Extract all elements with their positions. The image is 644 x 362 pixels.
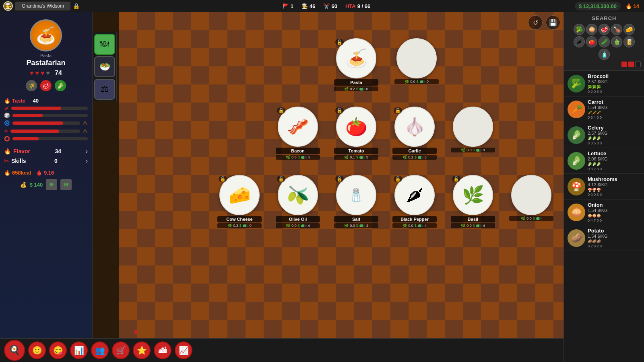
ingredient-card-olive-oil[interactable]: 🔓 🫒 Olive Oil 🌿0.0 $ 4 <box>274 175 322 231</box>
money-stat: 💰 $ 140 ⊞ ⊟ <box>20 179 72 190</box>
ing-thumb-mushrooms: 🍄 <box>568 178 585 195</box>
ingredient-card-empty1[interactable]: 🌿0.0 $ 0 <box>392 38 441 95</box>
btn-chef[interactable]: 🙂 <box>28 341 46 359</box>
search-header: SEARCH 🥦 🧅 🥩 🍗 🧀 🌶 🍅 🥒 🫑 🥫 🧴 <box>564 12 644 71</box>
ing-nums-onion: 0 4 7 0 0 <box>588 218 641 222</box>
skills-scissors-icon: ✂ <box>4 158 9 164</box>
color-sq-dark[interactable] <box>635 62 641 67</box>
ing-nums-carrot: 0 6 4 0 0 <box>588 115 641 119</box>
btn-basket[interactable]: 🛒 <box>112 341 130 359</box>
avatar[interactable]: 👨‍🍳 <box>3 1 13 11</box>
bar-row-5: ⭕ <box>4 136 88 142</box>
card-lock-cow-cheese: 🔓 <box>219 176 227 182</box>
filter-oil[interactable]: 🧴 <box>599 49 610 60</box>
btn-chart[interactable]: 📈 <box>175 341 192 359</box>
btn-cook[interactable]: 🍳 <box>4 340 25 361</box>
btn-team[interactable]: 👥 <box>91 341 109 359</box>
taste-value: 40 <box>29 98 39 104</box>
list-item-potato[interactable]: 🥔 Potato 1.54 $/KG 🥔🥔🥔 0 2 0 2 0 <box>564 225 644 251</box>
color-sq-red2[interactable] <box>628 62 634 67</box>
taste-label: 🔥 Taste <box>4 98 26 104</box>
link-icon[interactable]: ⊟ <box>60 179 72 190</box>
filter-meat[interactable]: 🥩 <box>599 24 610 35</box>
color-sq-red1[interactable] <box>621 62 627 67</box>
ing-info-broccoli: Broccoli 2.57 $/KG 🥦🥦🥦 0 2 0 6 0 <box>585 73 641 94</box>
ing-price-lettuce: 2.06 $/KG <box>588 156 641 161</box>
side-buttons: 🍽 🥗 ⚖ <box>93 32 117 101</box>
bar-row-1: 🌶 <box>4 105 88 111</box>
tag1: 🥦🥦🥦 <box>588 85 601 89</box>
ing-name-onion: Onion <box>588 202 641 208</box>
bar-icon-4: ❄ <box>4 128 8 134</box>
money-icon: 💰 <box>20 182 27 188</box>
list-item-carrot[interactable]: 🥕 Carrot 1.54 $/KG 🥕🥕🥕 0 6 4 0 0 <box>564 97 644 122</box>
list-item-mushrooms[interactable]: 🍄 Mushrooms 4.12 $/KG 🍄🍄🍄 0 0 0 3 0 <box>564 174 644 200</box>
ingredient-list: 🥦 Broccoli 2.57 $/KG 🥦🥦🥦 0 2 0 6 0 🥕 Car… <box>564 71 644 362</box>
filter-tomato[interactable]: 🍅 <box>586 36 597 47</box>
btn-building[interactable]: 🏙 <box>154 341 171 359</box>
card-label-pasta: Pasta <box>334 79 378 86</box>
flavor-arrow[interactable]: › <box>86 148 88 154</box>
card-stats-garlic: 🌿0.2 $ 5 <box>392 155 437 160</box>
side-btn-scale[interactable]: ⚖ <box>94 79 115 100</box>
ingredient-card-tomato[interactable]: 🔓 🍅 Tomato 🌿0.1 $ 5 <box>332 107 380 163</box>
ing-info-onion: Onion 1.54 $/KG 🧅🧅🧅 0 4 7 0 0 <box>585 202 641 222</box>
side-btn-ingredients[interactable]: 🥗 <box>94 56 115 77</box>
chef-icons: 🌾 🥩 🥬 <box>26 80 66 91</box>
list-item-broccoli[interactable]: 🥦 Broccoli 2.57 $/KG 🥦🥦🥦 0 2 0 6 0 <box>564 71 644 97</box>
btn-favorites[interactable]: ⭐ <box>133 341 151 359</box>
reset-button[interactable]: ↺ <box>528 15 543 30</box>
ingredient-card-garlic[interactable]: 🔓 🧄 Garlic 🌿0.2 $ 5 <box>390 107 439 163</box>
chef-icon-herb: 🥬 <box>55 80 66 91</box>
chef-icon-wheat: 🌾 <box>26 80 37 91</box>
card-label-cow-cheese: Cow Cheese <box>217 216 262 222</box>
ing-price-onion: 1.54 $/KG <box>588 208 641 213</box>
qr-icon[interactable]: ⊞ <box>46 179 57 190</box>
ingredient-card-empty2[interactable]: 🌿0.0 $ 0 <box>449 107 497 163</box>
hta-icon: HTA <box>345 3 356 9</box>
ingredient-card-pasta[interactable]: 🔓 🍝 Pasta 🌿0.2 $ 0 <box>332 38 380 95</box>
filter-cucumber[interactable]: 🥒 <box>599 36 610 47</box>
card-lock-garlic: 🔓 <box>394 107 402 114</box>
filter-chicken[interactable]: 🍗 <box>611 24 622 35</box>
list-item-onion[interactable]: 🧅 Onion 1.54 $/KG 🧅🧅🧅 0 4 7 0 0 <box>564 200 644 225</box>
ingredient-card-bacon[interactable]: 🔓 🥓 Bacon 🌿0.6 $ 4 <box>274 107 322 163</box>
list-item-celery[interactable]: 🥬 Celery 2.57 $/KG 🥬🥬🥬 0 3 5 0 0 <box>564 122 644 148</box>
color-squares <box>568 62 641 67</box>
search-title: SEARCH <box>568 15 641 21</box>
filter-cheese[interactable]: 🧀 <box>623 24 635 35</box>
ingredient-card-empty3[interactable]: 🌿0.0 $ <box>507 175 555 231</box>
arrow-indicator: ▼ <box>132 328 140 337</box>
filter-broccoli[interactable]: 🥦 <box>574 24 585 35</box>
filter-bell-pepper[interactable]: 🫑 <box>611 36 622 47</box>
skills-value: 0 <box>54 158 58 164</box>
flavor-label: 🔥 Flavor <box>4 148 30 154</box>
tab-title[interactable]: Grandma's Widsom <box>15 2 70 10</box>
card-label-olive-oil: Olive Oil <box>276 216 320 222</box>
btn-stats[interactable]: 📊 <box>70 341 88 359</box>
skills-arrow[interactable]: › <box>86 158 88 164</box>
ingredient-card-black-pepper[interactable]: 🔓 🌶 Black Pepper 🌿0.0 $ 4 <box>390 175 439 231</box>
filter-pepper[interactable]: 🌶 <box>574 36 585 47</box>
ingredient-card-basil[interactable]: 🔓 🌿 Basil 🌿0.0 $ 4 <box>449 175 497 231</box>
stat-bar-3 <box>12 121 63 125</box>
ingredient-card-salt[interactable]: 🔓 🧂 Salt 🌿0.0 $ 4 <box>332 175 380 231</box>
stat-bar-4 <box>10 130 59 133</box>
list-item-lettuce[interactable]: 🥬 Lettuce 2.06 $/KG 🥬🥬🥬 0 3 2 3 0 <box>564 148 644 174</box>
bottom-stats: 🔥 658kcal 🩸 9.16 <box>4 170 88 176</box>
card-stats-tomato: 🌿0.1 $ 5 <box>334 155 378 160</box>
stat-bar-5 <box>12 137 39 140</box>
save-button[interactable]: 💾 <box>546 15 560 30</box>
ing-tags-carrot: 🥕🥕🥕 <box>588 111 641 115</box>
star-2: ♥ <box>35 70 39 77</box>
filter-can[interactable]: 🥫 <box>623 36 635 47</box>
side-btn-meals[interactable]: 🍽 <box>94 34 115 55</box>
top-bar-left: 👨‍🍳 Grandma's Widsom 🔒 <box>0 1 83 11</box>
card-stats-salt: 🌿0.0 $ 4 <box>334 223 378 228</box>
card-stats-empty3: 🌿0.0 $ <box>509 216 553 221</box>
ingredient-card-cow-cheese[interactable]: 🔓 🧀 Cow Cheese 🌿0.3 $ 0 <box>215 175 264 231</box>
btn-taste[interactable]: 😋 <box>49 341 67 359</box>
chef-stars: ♥ ♥ ♥ ♥ 74 <box>30 70 62 77</box>
filter-onion[interactable]: 🧅 <box>586 24 597 35</box>
ing-tags-broccoli: 🥦🥦🥦 <box>588 85 641 89</box>
